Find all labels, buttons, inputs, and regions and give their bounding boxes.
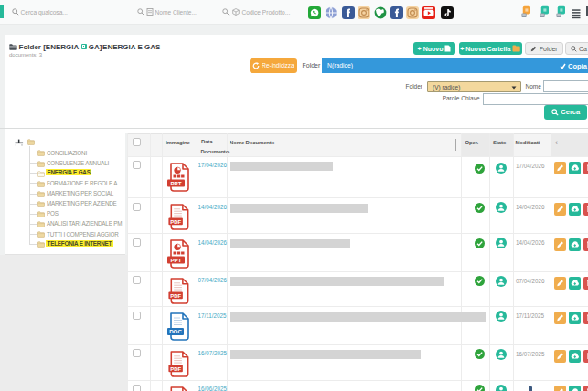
svg-text:PPT: PPT [170, 179, 181, 185]
svg-text:PDF: PDF [170, 219, 181, 225]
svg-text:PDF: PDF [170, 365, 181, 371]
svg-text:PDF: PDF [170, 292, 181, 298]
svg-text:DOC: DOC [169, 328, 182, 334]
svg-text:PPT: PPT [170, 257, 181, 263]
